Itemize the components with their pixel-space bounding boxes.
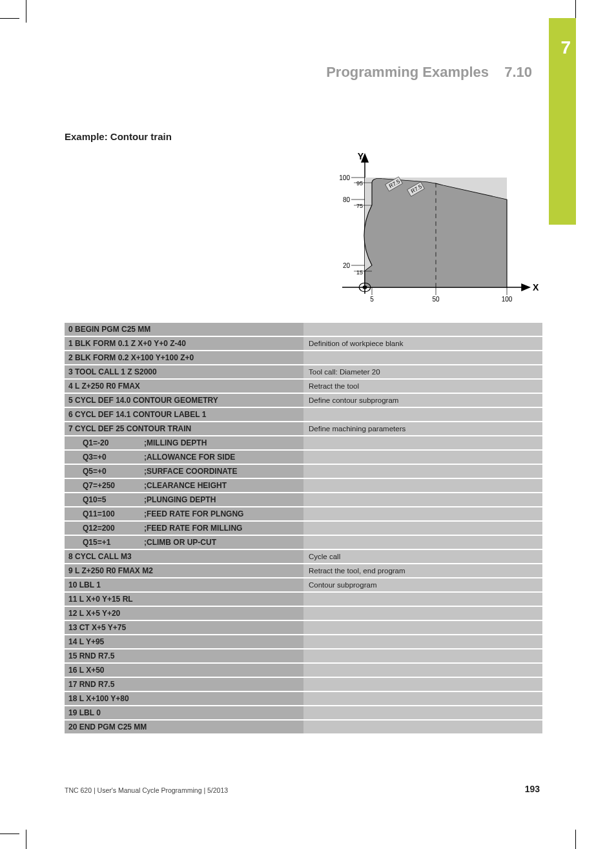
code-cell: 14 L Y+95	[65, 635, 303, 648]
desc-cell	[303, 721, 542, 733]
desc-cell	[303, 593, 542, 606]
desc-cell: Define machining parameters	[303, 422, 542, 435]
desc-cell: Tool call: Diameter 20	[303, 365, 542, 378]
table-row: 10 LBL 1Contour subprogram	[65, 578, 542, 593]
desc-cell	[303, 451, 542, 464]
desc-cell	[303, 507, 542, 520]
svg-text:80: 80	[343, 196, 351, 203]
table-row: Q10=5;PLUNGING DEPTH	[65, 493, 542, 507]
desc-cell	[303, 621, 542, 634]
svg-text:15: 15	[356, 269, 363, 276]
code-cell: 4 L Z+250 R0 FMAX	[65, 380, 303, 393]
code-cell: 3 TOOL CALL 1 Z S2000	[65, 365, 303, 378]
desc-cell: Definition of workpiece blank	[303, 337, 542, 350]
desc-cell: Contour subprogram	[303, 578, 542, 591]
desc-cell: Define contour subprogram	[303, 394, 542, 407]
svg-marker-3	[522, 284, 529, 291]
svg-text:X: X	[533, 282, 539, 292]
svg-text:50: 50	[432, 296, 440, 303]
code-cell: 9 L Z+250 R0 FMAX M2	[65, 564, 303, 577]
code-cell: 5 CYCL DEF 14.0 CONTOUR GEOMETRY	[65, 394, 303, 407]
table-row: 4 L Z+250 R0 FMAXRetract the tool	[65, 380, 542, 394]
code-cell: 20 END PGM C25 MM	[65, 721, 303, 733]
desc-cell	[303, 678, 542, 691]
desc-cell	[303, 436, 542, 449]
code-cell: Q3=+0;ALLOWANCE FOR SIDE	[65, 451, 303, 464]
svg-text:100: 100	[339, 174, 350, 181]
table-row: 9 L Z+250 R0 FMAX M2Retract the tool, en…	[65, 564, 542, 578]
table-row: 0 BEGIN PGM C25 MM	[65, 323, 542, 337]
section-number: 7.10	[504, 64, 532, 80]
svg-text:75: 75	[356, 203, 363, 209]
code-cell: 17 RND R7.5	[65, 678, 303, 691]
desc-cell	[303, 650, 542, 662]
desc-cell	[303, 607, 542, 620]
table-row: 1 BLK FORM 0.1 Z X+0 Y+0 Z-40Definition …	[65, 337, 542, 351]
table-row: 17 RND R7.5	[65, 678, 542, 692]
code-cell: 10 LBL 1	[65, 578, 303, 591]
table-row: 6 CYCL DEF 14.1 CONTOUR LABEL 1	[65, 408, 542, 422]
table-row: Q1=-20;MILLING DEPTH	[65, 436, 542, 451]
svg-text:100: 100	[502, 296, 513, 303]
code-cell: 6 CYCL DEF 14.1 CONTOUR LABEL 1	[65, 408, 303, 421]
desc-cell: Cycle call	[303, 550, 542, 563]
table-row: Q11=100;FEED RATE FOR PLNGNG	[65, 507, 542, 522]
section-title: Programming Examples	[326, 64, 489, 80]
code-cell: Q15=+1;CLIMB OR UP-CUT	[65, 536, 303, 549]
code-cell: 12 L X+5 Y+20	[65, 607, 303, 620]
desc-cell	[303, 465, 542, 478]
desc-cell	[303, 408, 542, 421]
desc-cell: Retract the tool	[303, 380, 542, 393]
svg-point-8	[362, 285, 367, 289]
desc-cell	[303, 493, 542, 506]
code-cell: 15 RND R7.5	[65, 650, 303, 662]
table-row: 5 CYCL DEF 14.0 CONTOUR GEOMETRYDefine c…	[65, 394, 542, 408]
desc-cell: Retract the tool, end program	[303, 564, 542, 577]
table-row: 15 RND R7.5	[65, 650, 542, 664]
code-cell: 16 L X+50	[65, 664, 303, 677]
table-row: Q7=+250;CLEARANCE HEIGHT	[65, 479, 542, 493]
desc-cell	[303, 635, 542, 648]
desc-cell	[303, 706, 542, 719]
code-cell: 1 BLK FORM 0.1 Z X+0 Y+0 Z-40	[65, 337, 303, 350]
table-row: 19 LBL 0	[65, 706, 542, 721]
desc-cell	[303, 479, 542, 492]
table-row: 8 CYCL CALL M3Cycle call	[65, 550, 542, 564]
table-row: Q15=+1;CLIMB OR UP-CUT	[65, 536, 542, 550]
code-cell: 0 BEGIN PGM C25 MM	[65, 323, 303, 336]
example-title: Example: Contour train	[65, 131, 172, 142]
section-header: Programming Examples 7.10	[326, 64, 532, 81]
code-cell: 7 CYCL DEF 25 CONTOUR TRAIN	[65, 422, 303, 435]
table-row: Q5=+0;SURFACE COORDINATE	[65, 465, 542, 479]
page-number: 193	[525, 784, 540, 794]
table-row: 2 BLK FORM 0.2 X+100 Y+100 Z+0	[65, 351, 542, 365]
code-cell: 2 BLK FORM 0.2 X+100 Y+100 Z+0	[65, 351, 303, 364]
table-row: 7 CYCL DEF 25 CONTOUR TRAINDefine machin…	[65, 422, 542, 436]
nc-program-table: 0 BEGIN PGM C25 MM1 BLK FORM 0.1 Z X+0 Y…	[65, 323, 542, 735]
code-cell: 19 LBL 0	[65, 706, 303, 719]
code-cell: Q5=+0;SURFACE COORDINATE	[65, 465, 303, 478]
table-row: 16 L X+50	[65, 664, 542, 678]
code-cell: 18 L X+100 Y+80	[65, 692, 303, 705]
table-row: Q12=200;FEED RATE FOR MILLING	[65, 522, 542, 536]
desc-cell	[303, 351, 542, 364]
table-row: 3 TOOL CALL 1 Z S2000Tool call: Diameter…	[65, 365, 542, 380]
code-cell: Q1=-20;MILLING DEPTH	[65, 436, 303, 449]
table-row: 18 L X+100 Y+80	[65, 692, 542, 706]
code-cell: 13 CT X+5 Y+75	[65, 621, 303, 634]
code-cell: Q11=100;FEED RATE FOR PLNGNG	[65, 507, 303, 520]
svg-text:20: 20	[343, 262, 351, 269]
desc-cell	[303, 522, 542, 535]
table-row: 13 CT X+5 Y+75	[65, 621, 542, 635]
svg-text:95: 95	[356, 180, 363, 187]
code-cell: 11 L X+0 Y+15 RL	[65, 593, 303, 606]
code-cell: 8 CYCL CALL M3	[65, 550, 303, 563]
code-cell: Q10=5;PLUNGING DEPTH	[65, 493, 303, 506]
table-row: 20 END PGM C25 MM	[65, 721, 542, 735]
code-cell: Q12=200;FEED RATE FOR MILLING	[65, 522, 303, 535]
chapter-number: 7	[560, 37, 571, 58]
footer-doc-info: TNC 620 | User's Manual Cycle Programmin…	[65, 786, 228, 794]
table-row: 11 L X+0 Y+15 RL	[65, 593, 542, 607]
contour-figure: Y X 100 80 20 95 75 15 5 50 100	[303, 152, 542, 312]
svg-text:5: 5	[370, 296, 374, 303]
